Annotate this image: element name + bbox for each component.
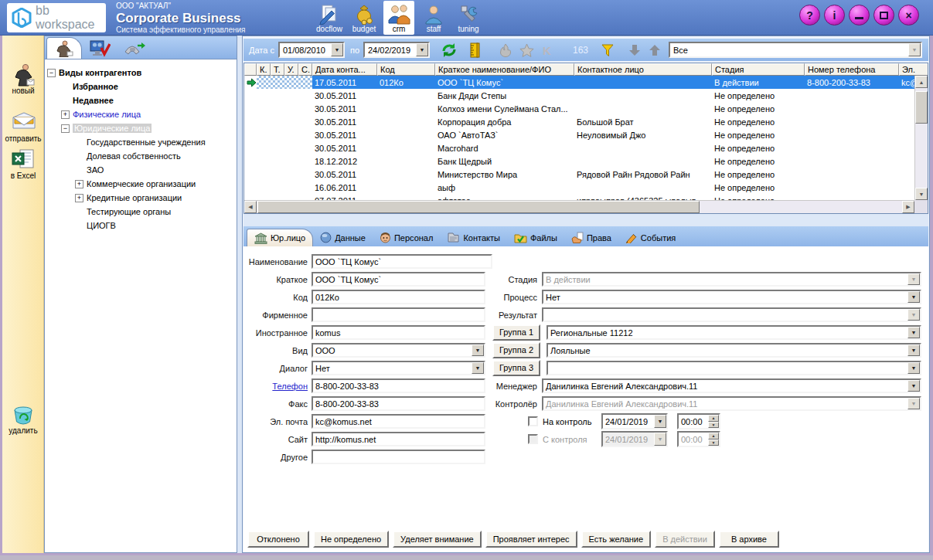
chevron-down-icon[interactable]: ▼: [908, 43, 921, 56]
tree-expander-plus-icon[interactable]: +: [61, 110, 70, 119]
funnel-button[interactable]: [601, 43, 615, 57]
tree-tab-phone-forward[interactable]: [117, 37, 153, 59]
table-row[interactable]: 18.12.2012Банк ЩедрыйНе определено: [244, 154, 914, 168]
tree-tab-contractor[interactable]: [46, 37, 82, 59]
tab-События[interactable]: События: [618, 229, 683, 246]
module-crm[interactable]: crm: [383, 1, 414, 35]
Группа 3-select[interactable]: ▼: [547, 361, 921, 375]
rail-envelope-button[interactable]: отправить: [2, 111, 44, 143]
Эл. почта-field[interactable]: kc@komus.net: [312, 414, 485, 429]
На контроль-checkbox[interactable]: [528, 416, 538, 426]
spin-up-icon[interactable]: ▲: [708, 415, 719, 422]
chevron-down-icon[interactable]: ▼: [331, 43, 343, 56]
chevron-down-icon[interactable]: ▼: [472, 362, 484, 374]
chevron-down-icon[interactable]: ▼: [907, 362, 920, 374]
spin-down-icon[interactable]: ▼: [708, 422, 719, 429]
filter-select[interactable]: Все ▼: [669, 42, 922, 58]
tab-Файлы[interactable]: Файлы: [507, 229, 564, 246]
grid-column-header[interactable]: Стадия: [712, 63, 805, 76]
table-row[interactable]: 17.05.2011012КоООО `ТЦ Комус`В действии8…: [244, 76, 914, 89]
Группа 3-button[interactable]: Группа 3: [492, 360, 540, 376]
chevron-down-icon[interactable]: ▼: [654, 415, 666, 428]
table-row[interactable]: 30.05.2011Колхоз имени Сулеймана Стал...…: [244, 102, 914, 115]
rail-excel-button[interactable]: в Excel: [2, 148, 44, 180]
grid-column-header[interactable]: Код: [377, 63, 435, 76]
tree-item[interactable]: ЦИОГВ: [45, 219, 237, 232]
tree-expander-plus-icon[interactable]: +: [75, 194, 83, 202]
table-row[interactable]: 30.05.2011Корпорация добраБольшой БратНе…: [244, 115, 914, 128]
Вид-select[interactable]: ООО▼: [312, 343, 485, 358]
grid-column-header[interactable]: Дата конта...: [312, 63, 377, 76]
Иностранное-field[interactable]: komus: [312, 325, 485, 340]
grid-hscrollbar[interactable]: ◀ ▶: [244, 200, 914, 213]
refresh-button[interactable]: [441, 42, 458, 59]
tree-item[interactable]: Тестирующие органы: [45, 205, 237, 219]
Группа 2-button[interactable]: Группа 2: [492, 342, 540, 358]
grid-column-header[interactable]: С.: [298, 63, 312, 76]
tree-expander-plus-icon[interactable]: +: [75, 180, 83, 188]
module-budget[interactable]: budget: [349, 1, 380, 35]
grid-column-header[interactable]: Эл.: [899, 63, 928, 76]
grid-column-header[interactable]: Краткое наименование/ФИО: [435, 63, 574, 76]
Диалог-select[interactable]: Нет▼: [312, 361, 485, 375]
chevron-down-icon[interactable]: ▼: [416, 43, 428, 56]
date-from-input[interactable]: 01/08/2010 ▼: [278, 42, 345, 58]
Телефон-field[interactable]: 8-800-200-33-83: [312, 378, 485, 393]
Код-field[interactable]: 012Ко: [312, 290, 485, 304]
horizontal-splitter[interactable]: [243, 214, 928, 226]
На контроль-date-input[interactable]: 24/01/2019▼: [601, 413, 668, 429]
На контроль-time-input[interactable]: 00:00▲▼: [677, 413, 720, 429]
grid-column-header[interactable]: Контактное лицо: [574, 63, 712, 76]
Другое-field[interactable]: [312, 450, 485, 464]
minimize-button[interactable]: [849, 5, 870, 25]
stage-button-4[interactable]: Проявляет интерес: [485, 531, 577, 548]
grid-column-header[interactable]: Номер телефона: [805, 63, 899, 76]
tree-expander-minus-icon[interactable]: −: [61, 124, 70, 133]
close-button[interactable]: ×: [898, 5, 919, 25]
Группа 1-select[interactable]: Региональные 11212▼: [547, 325, 921, 340]
Наименование-field[interactable]: ООО `ТЦ Комус`: [312, 254, 492, 269]
tree-item[interactable]: Долевая собственность: [45, 149, 237, 163]
table-row[interactable]: 16.06.2011аыфНе определено: [244, 181, 914, 194]
maximize-button[interactable]: [873, 5, 894, 25]
table-row[interactable]: 30.05.2011ОАО `АвтоТАЗ`Неуловимый ДжоНе …: [244, 128, 914, 141]
Фирменное-field[interactable]: [312, 307, 485, 322]
Краткое-field[interactable]: ООО `ТЦ Комус`: [312, 272, 485, 287]
tree-item[interactable]: Недавнее: [45, 93, 237, 107]
stage-button-3[interactable]: Уделяет внимание: [393, 531, 482, 548]
grid-column-header[interactable]: [244, 63, 257, 76]
chevron-down-icon[interactable]: ▼: [907, 344, 920, 356]
tree-expander-minus-icon[interactable]: −: [47, 69, 56, 77]
info-button[interactable]: i: [824, 5, 845, 25]
tree-item[interactable]: ЗАО: [45, 163, 237, 177]
Менеджер-select[interactable]: Данилинка Евгений Александрович.11▼: [542, 378, 921, 393]
Группа 1-button[interactable]: Группа 1: [492, 324, 540, 341]
stage-button-2[interactable]: Не определено: [313, 531, 389, 548]
help-button[interactable]: ?: [799, 5, 820, 25]
tab-Юр.лицо[interactable]: Юр.лицо: [247, 229, 313, 246]
table-row[interactable]: 30.05.2011MacrohardНе определено: [244, 141, 914, 154]
stage-button-1[interactable]: Отклонено: [247, 531, 309, 548]
Процесс-select[interactable]: Нет▼: [542, 290, 921, 304]
grid-column-header[interactable]: У.: [284, 63, 298, 76]
chevron-down-icon[interactable]: ▼: [472, 344, 484, 356]
tab-Персонал[interactable]: Персонал: [373, 229, 441, 246]
tab-Данные[interactable]: Данные: [313, 229, 373, 246]
stage-button-5[interactable]: Есть желание: [581, 531, 652, 548]
table-row[interactable]: 30.05.2011Банк Дяди СтепыНе определено: [244, 89, 914, 102]
tab-Права[interactable]: Права: [564, 229, 618, 246]
grid-column-header[interactable]: К.: [257, 63, 271, 76]
tree-item[interactable]: +Коммерческие организации: [45, 177, 237, 191]
grid-vscrollbar[interactable]: ▲ ▼: [914, 76, 928, 200]
rail-recycle-bin-button[interactable]: удалить: [2, 403, 44, 435]
table-row[interactable]: 07.07.2011афтотаоипрваыправ (4365325 ыва…: [244, 194, 914, 200]
tab-Контакты[interactable]: Контакты: [440, 229, 507, 246]
chevron-down-icon[interactable]: ▼: [907, 327, 920, 338]
grid-column-header[interactable]: Т.: [271, 63, 284, 76]
stage-button-7[interactable]: В архиве: [719, 531, 779, 548]
Факс-field[interactable]: 8-800-200-33-83: [312, 396, 485, 411]
Сайт-field[interactable]: http://komus.net: [312, 432, 485, 446]
chevron-down-icon[interactable]: ▼: [907, 291, 920, 303]
ruler-button[interactable]: [465, 42, 484, 58]
rail-new-contact-button[interactable]: новый: [2, 63, 44, 95]
